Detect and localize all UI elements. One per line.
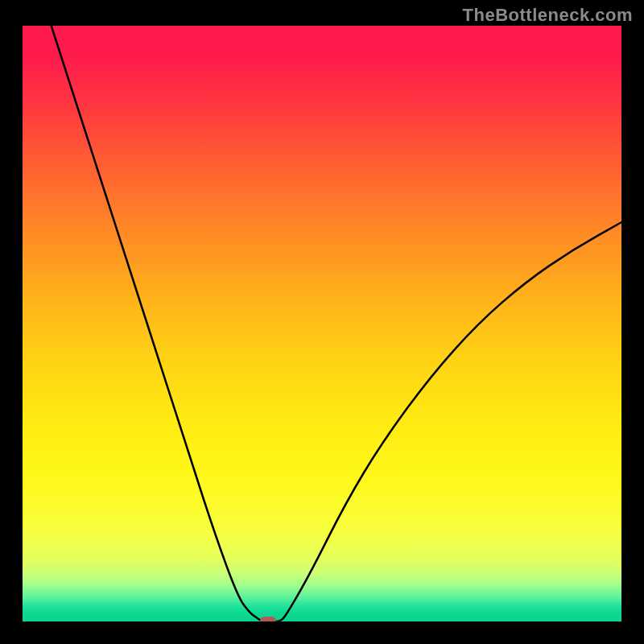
bottleneck-curve bbox=[23, 26, 621, 621]
plot-area bbox=[23, 26, 621, 621]
chart-frame: TheBottleneck.com bbox=[0, 0, 644, 644]
bottleneck-marker bbox=[260, 617, 276, 621]
watermark-label: TheBottleneck.com bbox=[463, 5, 633, 26]
